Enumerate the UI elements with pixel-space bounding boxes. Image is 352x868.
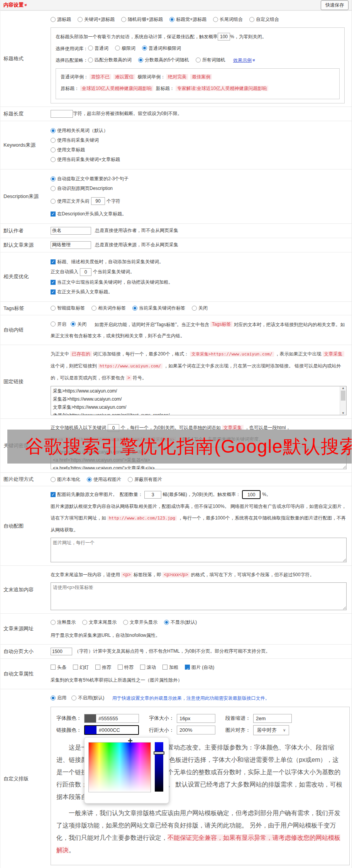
example-word: 绝对完美 <box>166 74 188 80</box>
scroll-up-icon[interactable]: ▲ <box>342 386 345 390</box>
insert-keywords-count-input[interactable] <box>80 268 91 276</box>
demo-chevron-icon[interactable]: « <box>249 59 258 61</box>
option-label: 使用相关长尾词（默认） <box>57 127 108 134</box>
checkbox-option[interactable]: 配图前先删除原文自带图片。 <box>51 491 117 498</box>
radio-option[interactable]: 相关词作标签 <box>91 305 126 311</box>
description-chars-input[interactable] <box>91 197 105 205</box>
radio-option[interactable]: 开启 <box>51 318 66 330</box>
radio-option[interactable]: 普通词和极限词 <box>142 44 181 52</box>
font-color-swatch[interactable] <box>85 714 96 722</box>
radio-option[interactable]: 源标题 <box>51 15 71 24</box>
image-align-select[interactable]: 居中对齐∨ <box>253 725 289 735</box>
radio-option[interactable]: 匹配分数最高的词 <box>88 56 132 64</box>
checkbox-option[interactable]: 当正文中出现当前采集关键词时，自动把该关键词加粗。 <box>51 279 348 286</box>
radio-option[interactable]: 文章开头显示 <box>123 618 157 627</box>
radio-option[interactable]: 自动提取正文中最重要的2-3个句子 <box>51 176 348 182</box>
radio-option[interactable]: 长尾词组合 <box>213 15 243 24</box>
checkbox-option[interactable]: 标题、描述相关度低时，自动添加当前采集关键词。 <box>51 259 348 265</box>
link-color-swatch[interactable] <box>85 726 96 734</box>
radio-option[interactable]: 关闭 <box>192 305 208 311</box>
checkbox-icon <box>51 665 56 670</box>
scroll-down-icon[interactable]: ▼ <box>342 411 345 415</box>
row-keywords-source: Keywords来源 使用相关长尾词（默认）使用当前采集关键词使用文章标题使用当… <box>0 121 352 169</box>
radio-option[interactable]: 使用文章标题 <box>51 147 348 153</box>
checkbox-option[interactable]: 滚动 <box>140 663 156 672</box>
radio-option[interactable]: 当前采集关键词作标签 <box>132 305 185 311</box>
checkbox-option[interactable]: 幻灯 <box>73 663 89 672</box>
append-content-textarea[interactable] <box>51 582 347 610</box>
radio-option[interactable]: 启用 <box>51 693 66 702</box>
fixed-links-textarea[interactable]: 采集>https://www.ucaiyun.com/ 采集器>https://… <box>51 386 347 415</box>
radio-option[interactable]: 文章末尾显示 <box>82 618 117 627</box>
line-height-field[interactable]: 200% <box>177 726 215 734</box>
radio-option[interactable]: 标题党+源标题 <box>169 15 206 24</box>
image-count-input[interactable] <box>144 491 161 499</box>
default-source-input[interactable] <box>51 241 91 249</box>
saturation-gradient[interactable] <box>88 742 151 792</box>
checkbox-option[interactable]: 在Description开头插入文章标题。 <box>51 211 348 217</box>
radio-option[interactable]: 不显示(默认) <box>164 618 197 627</box>
preview-paragraph-2: 一般来讲，我们认为文章排版格式应该由用户网站模板确定，但考虑到部分用户确有需求，… <box>56 807 344 856</box>
option-label: 所有词随机 <box>202 56 225 64</box>
radio-option[interactable]: 使用远程图片 <box>87 476 121 483</box>
radio-icon <box>51 176 56 181</box>
scrollbar-thumb[interactable] <box>341 391 345 401</box>
radio-option[interactable]: 注释显示 <box>51 618 76 627</box>
title-length-input[interactable] <box>51 110 73 118</box>
radio-option[interactable]: 使用当前采集关键词+文章标题 <box>51 156 348 163</box>
hue-bar[interactable] <box>155 742 163 792</box>
radio-option[interactable]: 所有词随机 <box>196 56 225 64</box>
checkbox-option[interactable]: 推荐 <box>95 663 111 672</box>
radio-option[interactable]: 图片本地化 <box>51 476 80 483</box>
radio-option[interactable]: 使用正文开头前 <box>51 198 90 205</box>
keywords-source-options: 使用相关长尾词（默认）使用当前采集关键词使用文章标题使用当前采集关键词+文章标题 <box>51 121 352 169</box>
checkbox-option[interactable]: 在正文开头插入文章标题。 <box>51 289 348 295</box>
layout-note: 用于快速设置文章的外观显示效果，注意使用此功能需安装最新版接口文件。 <box>112 695 270 701</box>
radio-option[interactable]: 自定义组合 <box>249 15 279 24</box>
radio-option[interactable]: 随机前缀+源标题 <box>121 15 163 24</box>
radio-option[interactable]: 屏蔽所有图片 <box>128 476 162 483</box>
radio-option[interactable]: 使用相关长尾词（默认） <box>51 127 348 134</box>
trigger-probability-input[interactable] <box>218 33 230 41</box>
font-color-picker[interactable]: #555555 <box>84 714 139 723</box>
radio-option[interactable]: 自动识别原网页Description <box>51 185 348 192</box>
option-label: 文章末尾显示 <box>89 618 117 627</box>
image-probability-input[interactable] <box>242 490 261 499</box>
quick-save-button[interactable]: 快速保存 <box>321 0 349 10</box>
option-label: 不显示(默认) <box>171 618 197 627</box>
hue-handle[interactable] <box>154 751 164 755</box>
radio-option[interactable]: 关闭 <box>71 318 86 330</box>
checkbox-option[interactable]: 头条 <box>51 663 66 672</box>
radio-icon <box>51 138 56 143</box>
checkbox-option[interactable]: 图片 (自动) <box>185 663 214 672</box>
dropdown-arrow-icon: ∨ <box>283 728 286 732</box>
image-urls-textarea[interactable] <box>51 538 347 562</box>
radio-icon <box>138 58 143 63</box>
row-label: Tags标签 <box>0 302 51 315</box>
option-label: 随机前缀+源标题 <box>128 15 163 24</box>
radio-option[interactable]: 普通词 <box>88 44 108 52</box>
radio-icon <box>51 695 56 700</box>
effect-demo-link[interactable]: 效果示例 <box>233 58 252 63</box>
checkbox-option[interactable]: 特荐 <box>118 663 134 672</box>
link-color-picker[interactable]: #0000CC <box>84 725 139 735</box>
radio-option[interactable]: 极限词 <box>115 44 135 52</box>
textarea-scrollbar[interactable]: ▲ ▼ <box>340 386 346 415</box>
source-url-note: 用于显示文章的采集来源URL，自动加nofollow属性。 <box>51 629 348 641</box>
radio-option[interactable]: 使用当前采集关键词 <box>51 137 348 144</box>
radio-icon <box>51 186 56 191</box>
radio-option[interactable]: 不启用(默认) <box>71 693 104 702</box>
link-format-example: 文章采集>https://www.ucaiyun.com/ <box>190 352 274 357</box>
row-label: 自动文章属性 <box>0 659 51 689</box>
collapse-chevron-icon[interactable]: « <box>23 4 28 7</box>
radio-option[interactable]: 关键词+源标题 <box>78 15 115 24</box>
default-author-input[interactable] <box>51 227 91 235</box>
radio-option[interactable]: 智能提取标签 <box>51 305 85 311</box>
pagination-size-input[interactable] <box>51 648 72 655</box>
checkbox-option[interactable]: 加粗 <box>162 663 178 672</box>
radio-option[interactable]: 分数最高的5个词随机 <box>138 56 189 64</box>
indent-field[interactable]: 2em <box>253 714 292 723</box>
option-label: 相关词作标签 <box>98 305 126 311</box>
font-size-field[interactable]: 16px <box>177 714 215 723</box>
page-title: 内容设置 <box>3 2 24 8</box>
